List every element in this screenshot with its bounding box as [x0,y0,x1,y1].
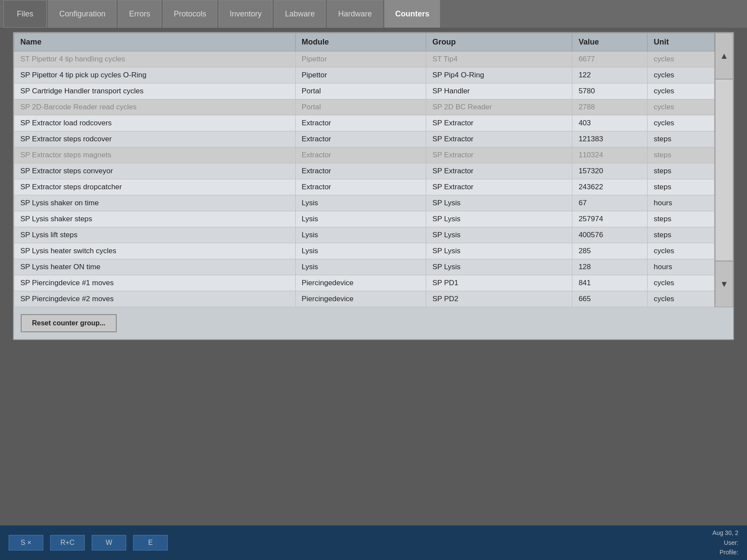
key-rc[interactable]: R+C [50,535,85,550]
cell-unit: cycles [648,243,715,259]
scroll-mid [715,79,733,261]
tab-errors[interactable]: Errors [118,0,161,28]
cell-value: 121383 [572,131,648,147]
table-row[interactable]: SP 2D-Barcode Reader read cyclesPortalSP… [14,99,715,115]
cell-module: Extractor [295,147,426,163]
cell-unit: cycles [648,67,715,83]
cell-value: 157320 [572,163,648,179]
table-row[interactable]: SP Extractor steps rodcoverExtractorSP E… [14,131,715,147]
table-row[interactable]: SP Lysis heater switch cyclesLysisSP Lys… [14,243,715,259]
key-s[interactable]: S × [9,535,43,550]
cell-unit: steps [648,211,715,227]
cell-group: SP Extractor [426,147,572,163]
reset-counter-button[interactable]: Reset counter group... [21,314,117,332]
cell-module: Lysis [295,195,426,211]
cell-name: SP Lysis heater ON time [14,259,296,275]
cell-value: 2788 [572,99,648,115]
user-display: User: [712,538,738,547]
profile-display: Profile: [712,547,738,557]
cell-name: SP Extractor steps dropcatcher [14,179,296,195]
bottom-info: Aug 30, 2 User: Profile: [712,528,738,557]
cell-name: ST Pipettor 4 tip handling cycles [14,51,296,67]
tab-counters[interactable]: Counters [384,0,440,28]
cell-module: Extractor [295,115,426,131]
col-unit: Unit [648,33,715,51]
col-value: Value [572,33,648,51]
cell-module: Piercingedevice [295,275,426,291]
cell-module: Lysis [295,243,426,259]
col-group: Group [426,33,572,51]
table-row[interactable]: SP Lysis shaker stepsLysisSP Lysis257974… [14,211,715,227]
cell-name: SP Piercingdevice #1 moves [14,275,296,291]
cell-value: 5780 [572,83,648,99]
cell-name: SP Lysis lift steps [14,227,296,243]
table-row[interactable]: SP Extractor steps magnetsExtractorSP Ex… [14,147,715,163]
cell-value: 257974 [572,211,648,227]
cell-module: Lysis [295,259,426,275]
cell-module: Portal [295,99,426,115]
cell-value: 128 [572,259,648,275]
bottom-bar: S × R+C W E Aug 30, 2 User: Profile: [0,525,747,560]
cell-unit: steps [648,147,715,163]
cell-module: Pipettor [295,67,426,83]
cell-value: 841 [572,275,648,291]
col-module: Module [295,33,426,51]
table-row[interactable]: SP Lysis heater ON timeLysisSP Lysis128h… [14,259,715,275]
table-row[interactable]: SP Extractor load rodcoversExtractorSP E… [14,115,715,131]
cell-name: SP Extractor load rodcovers [14,115,296,131]
cell-value: 67 [572,195,648,211]
cell-unit: hours [648,259,715,275]
cell-group: SP Extractor [426,179,572,195]
cell-module: Piercingedevice [295,291,426,307]
table-row[interactable]: SP Pipettor 4 tip pick up cycles O-RingP… [14,67,715,83]
cell-group: SP Extractor [426,131,572,147]
cell-value: 6677 [572,51,648,67]
cell-module: Extractor [295,163,426,179]
cell-value: 400576 [572,227,648,243]
cell-name: SP Lysis shaker steps [14,211,296,227]
cell-unit: hours [648,195,715,211]
top-navigation: Files Configuration Errors Protocols Inv… [0,0,747,28]
cell-name: SP Lysis shaker on time [14,195,296,211]
cell-name: SP Pipettor 4 tip pick up cycles O-Ring [14,67,296,83]
tab-hardware[interactable]: Hardware [327,0,383,28]
cell-value: 665 [572,291,648,307]
cell-group: SP Lysis [426,243,572,259]
table-row[interactable]: SP Piercingdevice #1 movesPiercingedevic… [14,275,715,291]
tab-inventory[interactable]: Inventory [219,0,272,28]
table-row[interactable]: SP Lysis lift stepsLysisSP Lysis400576st… [14,227,715,243]
tab-labware[interactable]: Labware [274,0,326,28]
cell-unit: steps [648,131,715,147]
date-display: Aug 30, 2 [712,528,738,538]
table-row[interactable]: SP Lysis shaker on timeLysisSP Lysis67ho… [14,195,715,211]
key-w[interactable]: W [92,535,126,550]
col-name: Name [14,33,296,51]
cell-module: Pipettor [295,51,426,67]
table-row[interactable]: ST Pipettor 4 tip handling cyclesPipetto… [14,51,715,67]
table-row[interactable]: SP Extractor steps dropcatcherExtractorS… [14,179,715,195]
table-row[interactable]: SP Extractor steps conveyorExtractorSP E… [14,163,715,179]
cell-name: SP Extractor steps conveyor [14,163,296,179]
cell-unit: steps [648,227,715,243]
key-e[interactable]: E [133,535,168,550]
table-row[interactable]: SP Cartridge Handler transport cyclesPor… [14,83,715,99]
cell-unit: cycles [648,275,715,291]
cell-group: SP 2D BC Reader [426,99,572,115]
cell-group: SP Lysis [426,227,572,243]
tab-configuration[interactable]: Configuration [48,0,116,28]
tab-files[interactable]: Files [3,0,47,28]
scroll-up-button[interactable]: ▲ [715,33,733,79]
cell-group: SP PD2 [426,291,572,307]
tab-protocols[interactable]: Protocols [163,0,217,28]
cell-unit: cycles [648,99,715,115]
cell-unit: steps [648,179,715,195]
cell-name: SP Extractor steps magnets [14,147,296,163]
cell-module: Portal [295,83,426,99]
cell-value: 110324 [572,147,648,163]
table-row[interactable]: SP Piercingdevice #2 movesPiercingedevic… [14,291,715,307]
cell-name: SP Cartridge Handler transport cycles [14,83,296,99]
cell-name: SP 2D-Barcode Reader read cycles [14,99,296,115]
scroll-down-button[interactable]: ▼ [715,261,733,307]
cell-unit: steps [648,163,715,179]
cell-unit: cycles [648,51,715,67]
